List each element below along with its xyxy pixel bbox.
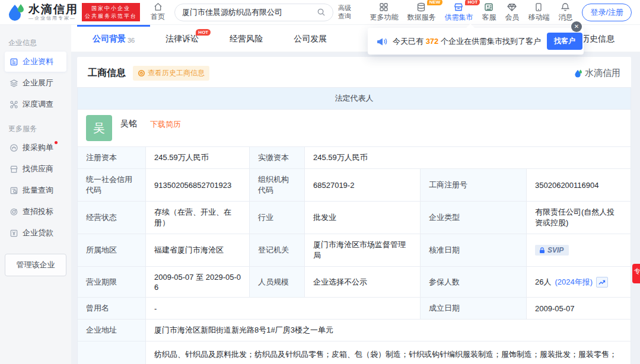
left-sidebar: 企业信息 企业资料 企业展厅 深度调查 更多服务 xyxy=(0,25,71,364)
waterdrop-logo-icon xyxy=(574,69,582,78)
field-value: SVIP xyxy=(527,234,631,267)
field-value: 企业选择不公示 xyxy=(305,267,421,298)
field-value: 26人 (2024年报) xyxy=(527,267,631,298)
sidebar-item-company-showroom[interactable]: 企业展厅 xyxy=(5,73,66,93)
table-row: 注册资本 245.59万人民币 实缴资本 245.59万人民币 xyxy=(78,147,631,169)
avatar[interactable]: 吴 xyxy=(86,115,112,141)
field-label: 行业 xyxy=(250,202,305,234)
table-row: 所属地区 福建省厦门市海沧区 登记机关 厦门市海沧区市场监督管理局 核准日期 xyxy=(78,234,631,267)
manage-company-button[interactable]: 管理该企业 xyxy=(5,254,66,276)
content-area: 工商信息 查看历史工商信息 水滴信用 xyxy=(71,52,640,364)
tab-operating-risk[interactable]: 经营风险 xyxy=(214,25,278,52)
close-icon[interactable]: ✕ xyxy=(571,21,582,32)
gov-certification-badge: 国家中小企业 公共服务示范平台 xyxy=(82,3,140,21)
field-label: 经营状态 xyxy=(78,202,146,234)
header-nav: 更多功能 NEW 数据服务 HOT 供需集市 客服 xyxy=(361,2,572,23)
brand-logo[interactable]: 水滴信用 —企业信用专家— xyxy=(7,3,78,22)
shop-icon xyxy=(9,165,18,174)
field-value: 68527019-2 xyxy=(305,169,421,202)
sidebar-item-deep-investigation[interactable]: 深度调查 xyxy=(5,94,66,114)
insured-trend-icon[interactable] xyxy=(596,277,608,288)
field-value: - xyxy=(146,298,421,320)
mobile-phone-icon xyxy=(534,2,543,12)
brand-tagline: —企业信用专家— xyxy=(28,16,78,21)
hot-badge: HOT xyxy=(196,29,211,36)
table-row: 企业地址 厦门市海沧区新阳街道新光路8号1#厂房3楼之一单元 xyxy=(78,320,631,341)
view-history-business-info-button[interactable]: 查看历史工商信息 xyxy=(133,66,209,81)
table-row: 统一社会信用代码 913502056852701923 组织机构代码 68527… xyxy=(78,169,631,202)
field-label: 统一社会信用代码 xyxy=(78,169,146,202)
table-row: 经营范围 纺织品、针织品及原料批发；纺织品及针织品零售；皮箱、包（袋）制造；针织… xyxy=(78,341,631,364)
company-search-box[interactable] xyxy=(174,4,333,21)
yen-icon xyxy=(9,229,18,238)
bell-icon xyxy=(561,2,570,12)
sidebar-item-label: 企业展厅 xyxy=(23,78,53,88)
megaphone-icon xyxy=(376,36,388,47)
nav-membership[interactable]: 会员 xyxy=(505,2,519,23)
lock-icon xyxy=(539,247,545,254)
storefront-icon xyxy=(454,2,463,12)
sidebar-item-label: 接采购单 xyxy=(23,142,53,153)
field-value: 2009-05-07 至 2029-05-06 xyxy=(146,267,250,298)
sidebar-item-batch-query[interactable]: 批量查询 xyxy=(5,180,66,200)
nav-mobile[interactable]: 移动端 xyxy=(528,2,549,23)
target-icon xyxy=(9,207,18,216)
sidebar-item-label: 企业资料 xyxy=(23,56,53,67)
sidebar-item-label: 找供应商 xyxy=(23,164,53,174)
field-label: 核准日期 xyxy=(421,234,527,267)
home-icon xyxy=(154,2,163,11)
business-info-table: 法定代表人 吴 吴铭 下载简历 xyxy=(77,87,631,364)
field-label: 企业类型 xyxy=(421,202,527,234)
field-value: 福建省厦门市海沧区 xyxy=(146,234,250,267)
field-label: 实缴资本 xyxy=(250,147,305,169)
tab-company-background[interactable]: 公司背景36 xyxy=(77,25,150,52)
document-icon xyxy=(9,58,18,66)
nav-data-services[interactable]: NEW 数据服务 xyxy=(407,2,435,23)
field-label: 人员规模 xyxy=(250,267,305,298)
brand-name: 水滴信用 xyxy=(28,4,78,15)
sidebar-item-company-profile[interactable]: 企业资料 xyxy=(5,52,66,72)
sidebar-item-label: 批量查询 xyxy=(23,185,53,196)
field-value: 245.59万人民币 xyxy=(146,147,250,169)
new-badge: NEW xyxy=(427,0,443,5)
search-input[interactable] xyxy=(182,8,317,17)
legal-rep-name[interactable]: 吴铭 xyxy=(120,119,137,129)
nav-more-features[interactable]: 更多功能 xyxy=(370,2,398,23)
floating-side-tag[interactable]: 专 xyxy=(632,264,640,283)
login-register-button[interactable]: 登录/注册 xyxy=(582,4,632,21)
svip-locked-badge[interactable]: SVIP xyxy=(535,245,569,256)
nav-customer-service[interactable]: 客服 xyxy=(482,2,496,23)
field-label: 所属地区 xyxy=(78,234,146,267)
customer-service-icon xyxy=(484,2,493,12)
legal-representative-row: 吴 吴铭 下载简历 xyxy=(86,115,622,141)
page: 水滴信用 —企业信用专家— 国家中小企业 公共服务示范平台 首页 高级 查询 xyxy=(0,0,640,364)
nav-home[interactable]: 首页 xyxy=(151,2,165,22)
table-row: 曾用名 - 成立日期 2009-05-07 xyxy=(78,298,631,320)
sidebar-item-find-suppliers[interactable]: 找供应商 xyxy=(5,159,66,179)
legal-representative-header: 法定代表人 xyxy=(78,88,631,110)
tab-company-development[interactable]: 公司发展 xyxy=(278,25,342,52)
sidebar-item-receive-orders[interactable]: 接采购单 xyxy=(5,138,66,158)
field-value: 有限责任公司(自然人投资或控股) xyxy=(527,202,631,234)
field-label: 注册资本 xyxy=(78,147,146,169)
field-value: 厦门市海沧区市场监督管理局 xyxy=(305,234,421,267)
download-resume-link[interactable]: 下载简历 xyxy=(150,119,181,130)
field-label: 组织机构代码 xyxy=(250,169,305,202)
sidebar-item-label: 查招投标 xyxy=(23,206,53,217)
nav-messages[interactable]: 消息 xyxy=(558,2,572,23)
table-row: 经营状态 存续（在营、开业、在册） 行业 批发业 企业类型 有限责任公司(自然人… xyxy=(78,202,631,234)
sidebar-item-tender-search[interactable]: 查招投标 xyxy=(5,202,66,222)
field-label: 营业期限 xyxy=(78,267,146,298)
network-icon xyxy=(9,100,18,109)
annual-report-link[interactable]: (2024年报) xyxy=(555,277,593,288)
nav-supply-market[interactable]: HOT 供需集市 xyxy=(444,2,473,23)
tab-count: 36 xyxy=(128,37,135,44)
promo-count: 372 xyxy=(426,37,439,46)
sidebar-item-business-loan[interactable]: 企业贷款 xyxy=(5,223,66,243)
field-value: 913502056852701923 xyxy=(146,169,250,202)
tab-legal-litigation[interactable]: 法律诉讼 HOT xyxy=(150,25,214,52)
advanced-query-link[interactable]: 高级 查询 xyxy=(338,4,351,21)
find-customers-button[interactable]: 找客户 xyxy=(547,33,582,50)
search-icon[interactable] xyxy=(317,8,326,17)
building-icon xyxy=(9,143,18,152)
